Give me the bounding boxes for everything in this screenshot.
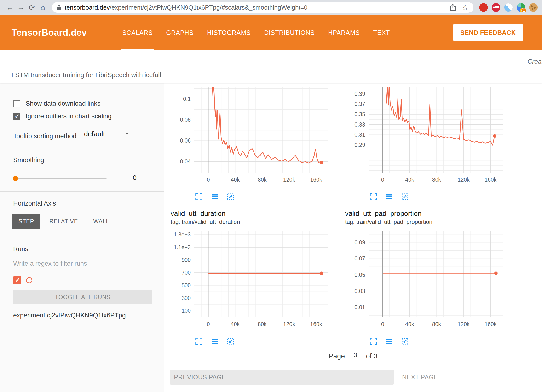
svg-text:40k: 40k [405,321,414,327]
tensorboard-header: TensorBoard.dev SCALARS GRAPHS HISTOGRAM… [0,15,542,50]
ignore-outliers-row: Ignore outliers in chart scaling [13,113,164,120]
show-download-links-checkbox[interactable] [13,100,20,107]
fit-domain-icon[interactable] [401,337,409,346]
ignore-outliers-label: Ignore outliers in chart scaling [26,113,112,120]
svg-text:0.01: 0.01 [354,304,365,310]
axis-relative-button[interactable]: RELATIVE [43,214,84,229]
fit-domain-icon[interactable] [401,192,409,201]
scalar-chart-2[interactable]: 1003005007009001.1e+31.3e+3040k80k120k16… [170,227,338,336]
experiment-description: LSTM transducer training for LibriSpeech… [12,71,161,79]
svg-text:0: 0 [207,177,210,183]
experiment-id-text: experiment cj2vtPiwQHKN9Q1tx6PTpg [13,312,164,319]
svg-text:0.33: 0.33 [354,121,365,128]
run-checkbox[interactable] [13,276,21,284]
toggle-all-runs-button[interactable]: TOGGLE ALL RUNS [13,290,152,304]
svg-text:40k: 40k [405,177,414,183]
pagination: Page of 3 [164,351,542,360]
svg-text:0.37: 0.37 [354,101,365,107]
svg-text:160k: 160k [484,321,496,327]
svg-text:1.3e+3: 1.3e+3 [174,231,191,238]
send-feedback-button[interactable]: SEND FEEDBACK [453,24,523,41]
abp-extension-icon[interactable]: ABP [492,3,500,12]
svg-text:160k: 160k [310,177,322,183]
svg-text:0.05: 0.05 [354,272,365,278]
axis-wall-button[interactable]: WALL [87,214,116,229]
chart-card-1: 0.290.310.330.350.370.39040k80k120k160k [345,83,512,201]
runs-selector-icon[interactable] [210,337,219,346]
tab-text[interactable]: TEXT [367,15,397,50]
svg-text:80k: 80k [432,177,441,183]
horizontal-axis-label: Horizontal Axis [13,200,164,207]
tooltip-sorting-value: default [84,130,105,138]
back-icon[interactable]: ← [4,3,15,12]
chart-card-2: valid_utt_duration tag: train/valid_utt_… [170,206,338,346]
expand-chart-icon[interactable] [369,192,378,201]
browser-toolbar: ← → ⟳ ⌂ tensorboard.dev/experiment/cj2vt… [0,0,542,15]
svg-text:120k: 120k [458,321,470,327]
screenshot-extension-icon[interactable] [504,3,513,12]
profile-avatar-icon[interactable]: 1 [517,3,525,12]
expand-chart-icon[interactable] [195,192,203,201]
svg-text:80k: 80k [432,321,441,327]
page-label: Page [329,352,345,360]
svg-text:900: 900 [182,257,191,263]
address-bar[interactable]: tensorboard.dev/experiment/cj2vtPiwQHKN9… [52,2,473,13]
axis-step-button[interactable]: STEP [12,214,40,229]
page-number-input[interactable] [349,351,362,360]
svg-text:0.03: 0.03 [354,288,365,294]
site-lock-icon [57,4,61,11]
home-icon[interactable]: ⌂ [37,3,48,12]
scalar-chart-0[interactable]: 0.040.060.080.1040k80k120k160k [170,83,338,192]
cookie-extension-icon[interactable] [529,3,538,12]
fit-domain-icon[interactable] [226,192,235,201]
smoothing-label: Smoothing [13,156,164,164]
scalar-chart-3[interactable]: 0.010.030.050.070.09040k80k120k160k [345,227,512,336]
runs-label: Runs [13,245,164,253]
svg-text:0.08: 0.08 [180,117,191,123]
bookmark-star-icon[interactable]: ☆ [462,3,469,12]
settings-sidebar: Show data download links Ignore outliers… [0,83,164,392]
fit-domain-icon[interactable] [226,337,235,346]
smoothing-slider-thumb[interactable] [13,176,18,181]
chart-tag: tag: train/valid_utt_pad_proportion [345,219,512,225]
runs-selector-icon[interactable] [210,192,219,201]
runs-selector-icon[interactable] [385,337,393,346]
svg-text:700: 700 [182,270,191,276]
url-text: tensorboard.dev/experiment/cj2vtPiwQHKN9… [65,4,307,11]
svg-text:1.1e+3: 1.1e+3 [174,244,191,250]
smoothing-slider[interactable] [13,178,107,179]
avatar-badge: 1 [521,8,526,13]
reload-icon[interactable]: ⟳ [26,3,37,12]
svg-text:0: 0 [207,321,210,327]
svg-text:0.35: 0.35 [354,111,365,117]
tab-graphs[interactable]: GRAPHS [159,15,200,50]
svg-text:0: 0 [381,177,384,183]
smoothing-value-input[interactable] [121,174,149,183]
sidebar-divider [0,191,164,192]
adblock-extension-icon[interactable] [479,3,488,12]
share-icon[interactable] [450,4,456,11]
runs-filter-input[interactable] [13,260,152,270]
svg-text:500: 500 [182,282,191,288]
run-name: . [37,277,39,284]
tab-scalars[interactable]: SCALARS [115,15,159,50]
svg-text:40k: 40k [231,321,240,327]
tab-distributions[interactable]: DISTRIBUTIONS [257,15,321,50]
expand-chart-icon[interactable] [369,337,378,346]
chart-title: valid_utt_pad_proportion [345,210,512,218]
ignore-outliers-checkbox[interactable] [13,113,20,120]
tab-hparams[interactable]: HPARAMS [321,15,366,50]
run-row: . [13,276,164,284]
forward-icon[interactable]: → [15,3,26,12]
chart-card-3: valid_utt_pad_proportion tag: train/vali… [345,206,512,346]
tab-histograms[interactable]: HISTOGRAMS [200,15,257,50]
show-download-links-row: Show data download links [13,100,164,107]
tooltip-sorting-dropdown[interactable]: default [83,130,130,140]
runs-selector-icon[interactable] [385,192,393,201]
scalar-chart-1[interactable]: 0.290.310.330.350.370.39040k80k120k160k [345,83,512,192]
previous-page-button[interactable]: PREVIOUS PAGE [170,370,394,385]
next-page-button[interactable]: NEXT PAGE [402,374,438,381]
svg-text:120k: 120k [283,177,295,183]
expand-chart-icon[interactable] [195,337,203,346]
svg-text:0.04: 0.04 [180,158,191,165]
